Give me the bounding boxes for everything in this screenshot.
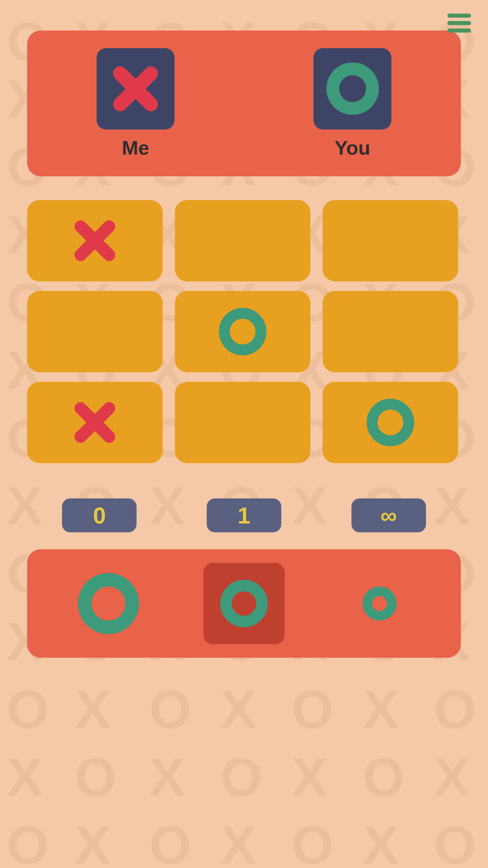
cell-4[interactable]: [175, 291, 310, 372]
player-me-label: Me: [122, 136, 149, 159]
player-you-label: You: [334, 136, 370, 159]
cell-8-o-icon: [367, 399, 414, 446]
score-value-1: 1: [238, 502, 250, 529]
tray-o-medium-icon: [220, 580, 268, 627]
cell-7[interactable]: [175, 382, 310, 463]
cell-0[interactable]: [27, 200, 163, 281]
score-value-2: ∞: [380, 502, 396, 529]
cell-0-x-icon: [71, 217, 119, 264]
cell-6[interactable]: [27, 382, 163, 463]
menu-line-1: [447, 14, 471, 18]
cell-2[interactable]: [323, 200, 458, 281]
tray-piece-large[interactable]: [68, 563, 149, 644]
cell-8[interactable]: [323, 382, 458, 463]
game-board: [27, 200, 461, 463]
piece-tray: [27, 549, 461, 658]
o-icon: [326, 62, 379, 115]
player-panel: Me You: [27, 31, 461, 176]
x-icon: [108, 62, 163, 116]
score-row: 0 1 ∞: [27, 498, 461, 532]
tray-piece-small[interactable]: [339, 563, 420, 644]
score-badge-1: 1: [207, 498, 281, 532]
player-me-symbol-box: [97, 48, 175, 130]
player-me: Me: [97, 48, 175, 159]
player-you-symbol-box: [313, 48, 391, 130]
player-you: You: [313, 48, 391, 159]
cell-4-o-icon: [219, 308, 266, 355]
score-badge-2: ∞: [351, 498, 426, 532]
tray-piece-medium[interactable]: [203, 563, 285, 644]
cell-5[interactable]: [323, 291, 458, 372]
score-badge-0: 0: [62, 498, 137, 532]
cell-1[interactable]: [175, 200, 310, 281]
cell-6-x-icon: [71, 399, 119, 446]
tray-o-large-icon: [78, 573, 139, 634]
tray-o-small-icon: [363, 587, 396, 620]
menu-button[interactable]: [447, 14, 471, 33]
cell-3[interactable]: [27, 291, 163, 372]
menu-line-3: [447, 28, 471, 33]
menu-line-2: [447, 21, 471, 25]
score-value-0: 0: [93, 502, 106, 529]
